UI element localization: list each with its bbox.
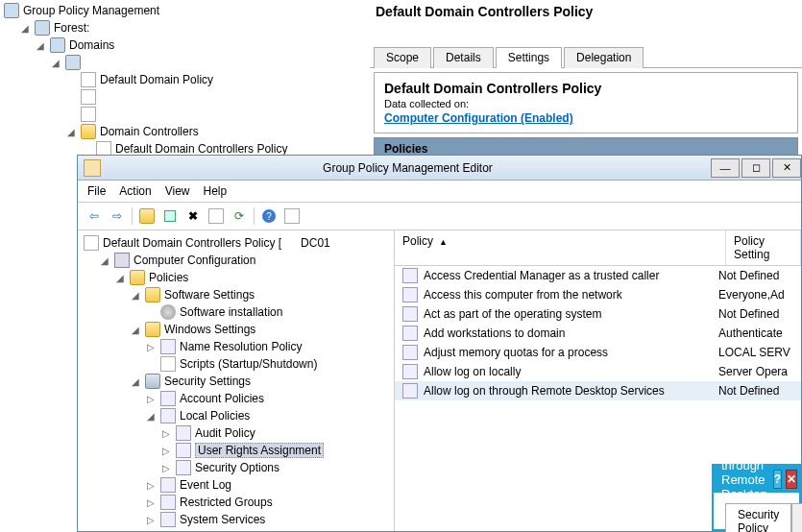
editor-tree-item[interactable]: ◢Windows Settings (84, 321, 388, 338)
properties-button[interactable] (206, 206, 227, 227)
props-titlebar: Allow log on through Remote Desktop Serv… (714, 466, 799, 493)
policy-icon (160, 512, 176, 527)
maximize-button[interactable]: ◻ (741, 158, 770, 178)
expand-icon[interactable]: ◢ (130, 376, 141, 387)
policy-row[interactable]: Access Credential Manager as a trusted c… (395, 266, 801, 285)
editor-tree-item[interactable]: ▷Restricted Groups (84, 494, 388, 511)
editor-root-node[interactable]: Default Domain Controllers Policy [ DC01 (84, 234, 388, 252)
tree-label: Default Domain Policy (100, 73, 213, 86)
folder-icon (145, 287, 160, 302)
domain-icon (65, 55, 81, 70)
column-setting[interactable]: Policy Setting (726, 230, 801, 265)
gpm-tree-item[interactable]: Default Domain Policy (4, 71, 366, 88)
computer-config-link[interactable]: Computer Configuration (Enabled) (384, 111, 573, 125)
editor-toolbar: ⇦ ⇨ ✖ ⟳ ? (78, 203, 801, 230)
minimize-button[interactable]: — (711, 158, 740, 178)
editor-tree-item[interactable]: ▷Name Resolution Policy (84, 338, 388, 355)
up-button[interactable] (136, 206, 158, 227)
expand-icon[interactable]: ▷ (160, 463, 172, 473)
gpm-tree-item[interactable] (4, 106, 366, 123)
back-button[interactable]: ⇦ (84, 206, 105, 227)
dialog-help-button[interactable]: ? (773, 470, 782, 489)
gpm-tree-item[interactable]: ◢Domain Controllers (4, 123, 366, 140)
tree-label: Security Settings (164, 375, 251, 388)
expand-icon[interactable]: ▷ (145, 394, 157, 404)
expand-icon[interactable]: ◢ (35, 40, 46, 51)
editor-tree-item[interactable]: ▷Security Options (84, 459, 388, 476)
expand-icon[interactable]: ◢ (130, 325, 141, 335)
menu-file[interactable]: File (87, 184, 106, 198)
editor-tree-item[interactable]: Scripts (Startup/Shutdown) (84, 355, 388, 373)
expand-icon[interactable]: ◢ (145, 411, 157, 422)
export-button[interactable] (281, 206, 303, 227)
gpm-tab-strip: ScopeDetailsSettingsDelegation (370, 46, 802, 68)
editor-root-label: Default Domain Controllers Policy [ (103, 236, 281, 250)
expand-icon[interactable]: ▷ (145, 480, 157, 491)
editor-tree-item[interactable]: ▷User Rights Assignment (84, 442, 388, 459)
refresh-button[interactable]: ⟳ (229, 206, 250, 227)
expand-icon[interactable]: ◢ (114, 273, 126, 283)
menu-view[interactable]: View (165, 184, 190, 198)
policy-row[interactable]: Access this computer from the networkEve… (395, 285, 801, 304)
delete-button[interactable]: ✖ (182, 206, 204, 227)
props-tab-security-policy-setting[interactable]: Security Policy Setting (725, 503, 791, 532)
policy-row[interactable]: Allow log on through Remote Desktop Serv… (395, 381, 801, 400)
expand-icon[interactable]: ▷ (160, 428, 172, 439)
policy-setting: Not Defined (718, 384, 793, 398)
gpm-title: Group Policy Management (23, 4, 159, 17)
policy-item-icon (402, 326, 418, 341)
gpm-tree-item[interactable]: ◢Forest: (4, 19, 366, 36)
expand-icon[interactable]: ◢ (50, 58, 61, 68)
forward-button[interactable]: ⇨ (107, 206, 128, 227)
dialog-close-button[interactable]: ✕ (786, 470, 797, 489)
expand-icon[interactable]: ◢ (99, 255, 110, 266)
editor-tree-item[interactable]: ◢Policies (84, 269, 388, 286)
policy-setting: Not Defined (718, 269, 793, 282)
editor-tree-item[interactable]: ▷Event Log (84, 476, 388, 494)
expand-icon[interactable]: ▷ (145, 342, 157, 352)
expand-icon[interactable]: ▷ (145, 497, 157, 508)
tree-label: Scripts (Startup/Shutdown) (180, 357, 317, 371)
editor-tree-item[interactable]: ▷Audit Policy (84, 424, 388, 442)
policy-row[interactable]: Adjust memory quotas for a processLOCAL … (395, 343, 801, 362)
editor-tree-item[interactable]: ◢Computer Configuration (84, 252, 388, 269)
tree-label: Audit Policy (195, 426, 255, 440)
gpm-tree-item[interactable]: ◢ (4, 54, 366, 71)
tree-label: Default Domain Controllers Policy (115, 142, 287, 156)
tab-details[interactable]: Details (433, 47, 494, 68)
editor-tree-item[interactable]: ◢Security Settings (84, 373, 388, 390)
editor-tree-item[interactable]: ◢Local Policies (84, 407, 388, 424)
policy-row[interactable]: Act as part of the operating systemNot D… (395, 304, 801, 324)
props-tab-explain[interactable]: Explain (791, 503, 802, 532)
editor-window-icon (84, 159, 101, 177)
tab-scope[interactable]: Scope (374, 47, 431, 68)
menu-help[interactable]: Help (204, 184, 228, 198)
tab-delegation[interactable]: Delegation (564, 47, 644, 68)
policy-row[interactable]: Add workstations to domainAuthenticate (395, 324, 801, 343)
expand-icon[interactable]: ◢ (19, 23, 31, 34)
delete-icon: ✖ (188, 209, 198, 223)
policy-icon (84, 235, 99, 251)
policy-row[interactable]: Allow log on locallyServer Opera (395, 362, 801, 381)
gpm-title-row: Group Policy Management (4, 2, 366, 19)
tab-settings[interactable]: Settings (496, 47, 562, 68)
expand-icon[interactable]: ◢ (65, 127, 77, 137)
expand-icon[interactable]: ◢ (130, 290, 141, 301)
editor-tree-item[interactable]: Software installation (84, 303, 388, 321)
expand-icon[interactable]: ▷ (160, 446, 172, 456)
column-policy[interactable]: Policy▲ (395, 230, 726, 265)
editor-tree-item[interactable]: ▷System Services (84, 511, 388, 528)
editor-tree-item[interactable]: ◢Software Settings (84, 286, 388, 303)
gpm-tree-item[interactable] (4, 88, 366, 106)
policy-name: Adjust memory quotas for a process (424, 346, 713, 359)
gpm-tree-item[interactable]: ◢Domains (4, 36, 366, 54)
show-hide-button[interactable] (159, 206, 181, 227)
gear-icon (160, 304, 176, 320)
sort-asc-icon: ▲ (439, 237, 448, 247)
help-button[interactable]: ? (258, 206, 279, 227)
editor-tree-item[interactable]: ▷Account Policies (84, 390, 388, 407)
close-button[interactable]: ✕ (772, 158, 801, 178)
expand-icon[interactable]: ▷ (145, 515, 157, 525)
menu-action[interactable]: Action (119, 184, 151, 198)
domain-icon (35, 20, 50, 36)
